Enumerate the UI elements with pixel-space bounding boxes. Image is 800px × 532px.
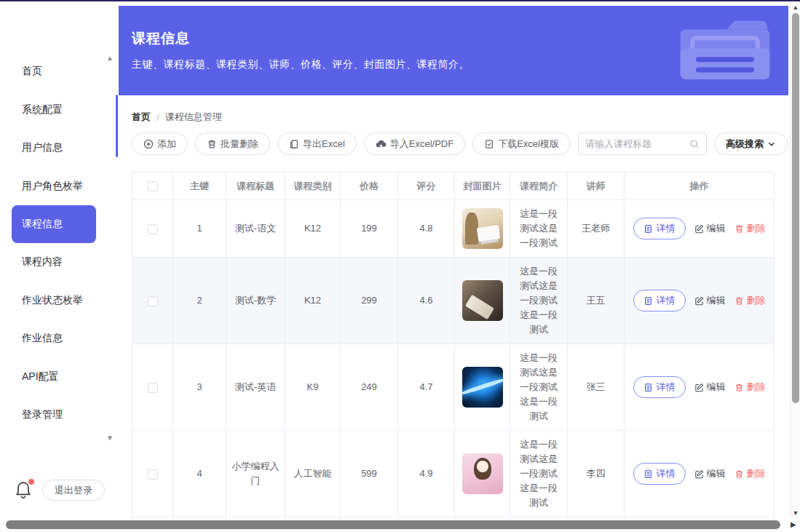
import-excel-button-label: 导入Excel/PDF <box>390 138 454 151</box>
row-select-cell <box>132 200 173 258</box>
vertical-scrollbar-thumb[interactable] <box>792 13 799 403</box>
table-row: 4 小学编程入门 人工智能 599 4.9 这是一段测试这是一段测试这是一段测试… <box>132 431 775 517</box>
export-excel-button-label: 导出Excel <box>303 138 345 151</box>
sidebar-item-4[interactable]: 用户角色枚举 <box>0 167 118 206</box>
batch-delete-button[interactable]: 批量删除 <box>195 132 270 155</box>
sidebar-item-5[interactable]: 课程信息 <box>12 205 96 243</box>
edit-button-label: 编辑 <box>707 381 726 394</box>
sidebar-item-2[interactable]: 系统配置 <box>0 91 118 130</box>
horizontal-scrollbar[interactable] <box>0 519 790 531</box>
sidebar-scrollbar-thumb[interactable] <box>116 95 118 157</box>
search-input[interactable] <box>585 138 689 149</box>
delete-button-label: 删除 <box>747 467 766 480</box>
horizontal-scrollbar-thumb[interactable] <box>6 520 780 529</box>
course-table: 主键课程标题课程类别价格评分封面图片课程简介讲师操作 1 测试-语文 K12 1… <box>132 172 774 519</box>
delete-button-label: 删除 <box>747 381 766 394</box>
sidebar-item-10[interactable]: 登录管理 <box>0 396 118 434</box>
delete-button-label: 删除 <box>747 222 766 235</box>
cell-actions: 详情 编辑 删除 <box>625 258 775 344</box>
sidebar-item-1[interactable]: 首页 <box>0 52 118 91</box>
select-all-cell <box>132 172 173 200</box>
edit-button[interactable]: 编辑 <box>694 222 726 235</box>
logout-button[interactable]: 退出登录 <box>42 480 105 501</box>
export-excel-button[interactable]: 导出Excel <box>277 132 357 155</box>
cover-image <box>462 453 503 494</box>
detail-button[interactable]: 详情 <box>633 376 686 398</box>
edit-button[interactable]: 编辑 <box>694 294 726 307</box>
scroll-right-arrow-icon[interactable]: ▶ <box>791 520 796 528</box>
cell-id: 2 <box>173 258 226 344</box>
search-box <box>578 132 707 155</box>
row-checkbox[interactable] <box>148 383 158 393</box>
batch-delete-button-label: 批量删除 <box>221 138 258 151</box>
table-row: 3 测试-英语 K9 249 4.7 这是一段测试这是一段测试这是一段测试 张三… <box>132 344 775 431</box>
cell-rating: 4.8 <box>398 200 455 258</box>
scroll-up-arrow-icon[interactable]: ▲ <box>791 4 800 11</box>
document-check-icon <box>484 139 494 149</box>
table-row: 1 测试-语文 K12 199 4.8 这是一段测试这是一段测试 王老师 详情 … <box>132 200 775 258</box>
page-title: 课程信息 <box>132 29 190 48</box>
cell-intro: 这是一段测试这是一段测试 <box>510 200 568 258</box>
cell-category: K9 <box>285 344 341 431</box>
cell-teacher: 王老师 <box>568 200 625 258</box>
cell-actions: 详情 编辑 删除 <box>625 431 775 517</box>
cell-actions: 详情 编辑 删除 <box>625 344 775 431</box>
sidebar-item-6[interactable]: 课程内容 <box>0 243 118 282</box>
table-row: 2 测试-数学 K12 299 4.6 这是一段测试这是一段测试这是一段测试 王… <box>132 258 775 344</box>
scroll-down-arrow-icon[interactable]: ▼ <box>791 509 800 517</box>
notification-bell-button[interactable] <box>15 480 33 501</box>
sidebar-item-8[interactable]: 作业信息 <box>0 319 118 358</box>
row-select-cell <box>132 344 173 431</box>
detail-button-label: 详情 <box>657 222 676 235</box>
breadcrumb: 首页 / 课程信息管理 <box>132 111 222 124</box>
import-excel-button[interactable]: 导入Excel/PDF <box>364 132 465 155</box>
cell-intro: 这是一段测试这是一段测试这是一段测试 <box>510 431 568 517</box>
sidebar-menu: 首页 系统配置 用户信息 用户角色枚举 课程信息 课程内容 作业状态枚举 作业信… <box>0 52 118 434</box>
breadcrumb-home[interactable]: 首页 <box>132 111 151 124</box>
sidebar-footer: 退出登录 <box>0 475 118 509</box>
pencil-square-icon <box>694 383 704 392</box>
sidebar-scroll-down-icon[interactable]: ▼ <box>106 434 114 442</box>
column-header: 课程简介 <box>510 172 568 200</box>
edit-button[interactable]: 编辑 <box>694 467 726 480</box>
cell-teacher: 王五 <box>568 258 625 344</box>
sidebar-item-3[interactable]: 用户信息 <box>0 129 118 167</box>
delete-button[interactable]: 删除 <box>734 222 766 235</box>
detail-button[interactable]: 详情 <box>633 218 686 239</box>
cell-category: 人工智能 <box>285 431 341 517</box>
pencil-square-icon <box>694 469 704 479</box>
download-template-button[interactable]: 下载Excel模版 <box>472 132 571 155</box>
sidebar-item-9[interactable]: API配置 <box>0 358 118 397</box>
delete-button[interactable]: 删除 <box>734 467 766 480</box>
edit-button-label: 编辑 <box>707 294 726 307</box>
detail-button[interactable]: 详情 <box>633 463 686 485</box>
chevron-down-icon <box>767 140 776 148</box>
sidebar-item-7[interactable]: 作业状态枚举 <box>0 282 118 320</box>
row-checkbox[interactable] <box>148 469 158 480</box>
sidebar-item-label: 课程内容 <box>22 255 63 269</box>
detail-button[interactable]: 详情 <box>633 290 686 311</box>
delete-button[interactable]: 删除 <box>734 294 766 307</box>
cell-intro: 这是一段测试这是一段测试这是一段测试 <box>510 344 568 431</box>
cell-teacher: 李四 <box>568 431 625 517</box>
advanced-search-button[interactable]: 高级搜索 <box>714 132 788 155</box>
vertical-scrollbar[interactable]: ▲ ▼ <box>790 1 800 518</box>
delete-button[interactable]: 删除 <box>734 381 766 394</box>
select-all-checkbox[interactable] <box>148 181 158 191</box>
magnifier-icon[interactable] <box>689 139 700 149</box>
row-checkbox[interactable] <box>148 224 158 234</box>
delete-button-label: 删除 <box>747 294 766 307</box>
cell-course-title: 测试-语文 <box>226 200 285 258</box>
edit-button[interactable]: 编辑 <box>694 381 726 394</box>
document-lines-icon <box>643 383 653 392</box>
cell-category: K12 <box>285 258 341 344</box>
trash-icon <box>207 139 217 149</box>
cell-price: 199 <box>341 200 398 258</box>
toolbar: 添加 批量删除 导出Excel 导入Excel/PDF 下载Excel模版 高级… <box>132 132 775 155</box>
add-button-label: 添加 <box>157 138 176 151</box>
row-select-cell <box>132 431 173 517</box>
sidebar-item-label: 用户信息 <box>22 141 63 154</box>
row-checkbox[interactable] <box>148 296 158 306</box>
add-button[interactable]: 添加 <box>132 132 188 155</box>
page-header-banner: 课程信息 主键、课程标题、课程类别、讲师、价格、评分、封面图片、课程简介。 <box>119 6 788 95</box>
